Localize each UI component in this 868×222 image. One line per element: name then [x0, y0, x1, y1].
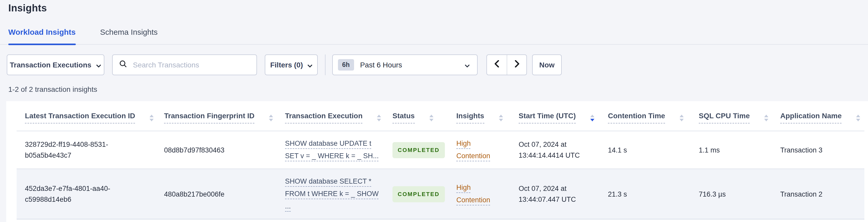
page-title: Insights — [8, 3, 868, 14]
next-range-button[interactable] — [507, 55, 526, 75]
execution-type-dropdown[interactable]: Transaction Executions — [7, 55, 104, 75]
sort-icon — [680, 115, 684, 121]
previous-range-button[interactable] — [487, 55, 507, 75]
tab-schema-insights[interactable]: Schema Insights — [100, 28, 158, 44]
column-header-insights[interactable]: Insights — [448, 101, 510, 131]
sql-cpu-time-cell: 1.1 ms — [690, 131, 772, 169]
filters-button[interactable]: Filters (0) — [265, 55, 318, 75]
contention-time-cell: 21.3 s — [599, 169, 690, 219]
column-header-application-name[interactable]: Application Name — [772, 101, 864, 131]
start-time-cell: Oct 07, 2024 at 13:44:07.447 UTC — [510, 169, 599, 219]
search-box — [112, 55, 257, 75]
filters-label: Filters (0) — [270, 61, 303, 69]
chevron-down-icon — [465, 60, 470, 69]
search-icon — [119, 60, 127, 70]
insight-link[interactable]: High Contention — [456, 184, 490, 204]
column-header-start-time[interactable]: Start Time (UTC) — [510, 101, 599, 131]
insights-table: Latest Transaction Execution ID Transact… — [17, 101, 864, 219]
status-badge: COMPLETED — [393, 186, 445, 202]
application-name-cell: Transaction 3 — [772, 131, 864, 169]
insights-table-card: Latest Transaction Execution ID Transact… — [6, 101, 868, 222]
toolbar-divider — [325, 55, 326, 75]
sort-icon — [150, 115, 154, 121]
time-range-picker[interactable]: 6h Past 6 Hours — [332, 55, 477, 75]
status-cell: COMPLETED — [384, 169, 448, 219]
time-range-pager — [487, 55, 527, 75]
statement-link[interactable]: SHOW database UPDATE t — [285, 137, 376, 150]
insight-link[interactable]: High Contention — [456, 139, 490, 160]
contention-time-cell: 14.1 s — [599, 131, 690, 169]
statement-link[interactable]: ... — [285, 200, 376, 213]
insights-cell: High Contention — [448, 169, 510, 219]
sort-icon — [429, 115, 433, 121]
column-header-sql-cpu-time[interactable]: SQL CPU Time — [690, 101, 772, 131]
tab-workload-insights[interactable]: Workload Insights — [8, 28, 75, 44]
table-row: 452da3e7-e7fa-4801-aa40-c59988d14eb6 480… — [17, 169, 864, 219]
time-range-badge: 6h — [338, 59, 354, 70]
fingerprint-id-cell: 08d8b7d97f830463 — [156, 131, 277, 169]
application-name-cell: Transaction 2 — [772, 169, 864, 219]
statement-link[interactable]: SET v = _ WHERE k = _ SH... — [285, 150, 376, 162]
transaction-execution-cell: SHOW database SELECT * FROM t WHERE k = … — [277, 169, 384, 219]
sort-desc-icon — [590, 115, 594, 121]
chevron-left-icon — [494, 60, 499, 69]
status-cell: COMPLETED — [384, 131, 448, 169]
column-header-execution-id[interactable]: Latest Transaction Execution ID — [17, 101, 156, 131]
column-header-contention-time[interactable]: Contention Time — [599, 101, 690, 131]
execution-type-label: Transaction Executions — [10, 61, 91, 69]
sort-icon — [377, 115, 381, 121]
tab-bar: Workload Insights Schema Insights — [0, 28, 868, 44]
sort-icon — [765, 115, 769, 121]
chevron-down-icon — [307, 61, 312, 69]
column-header-fingerprint-id[interactable]: Transaction Fingerprint ID — [156, 101, 277, 131]
results-summary: 1-2 of 2 transaction insights — [8, 85, 868, 93]
insights-cell: High Contention — [448, 131, 510, 169]
start-time-cell: Oct 07, 2024 at 13:44:14.4414 UTC — [510, 131, 599, 169]
insights-page: Insights Workload Insights Schema Insigh… — [0, 3, 868, 222]
table-header-row: Latest Transaction Execution ID Transact… — [17, 101, 864, 131]
chevron-down-icon — [96, 61, 101, 69]
now-button[interactable]: Now — [532, 55, 562, 75]
execution-id-cell: 328729d2-ff19-4408-8531-b05a5b4e43c7 — [17, 131, 156, 169]
time-range-label: Past 6 Hours — [360, 61, 465, 69]
toolbar: Transaction Executions Filters (0) 6h Pa… — [7, 55, 868, 75]
status-badge: COMPLETED — [393, 142, 445, 158]
execution-id-cell: 452da3e7-e7fa-4801-aa40-c59988d14eb6 — [17, 169, 156, 219]
chevron-right-icon — [514, 60, 519, 69]
statement-link[interactable]: SHOW database SELECT * — [285, 175, 376, 188]
sort-icon — [856, 115, 861, 121]
transaction-execution-cell: SHOW database UPDATE t SET v = _ WHERE k… — [277, 131, 384, 169]
search-input[interactable] — [132, 60, 250, 69]
column-header-status[interactable]: Status — [384, 101, 448, 131]
table-row: 328729d2-ff19-4408-8531-b05a5b4e43c7 08d… — [17, 131, 864, 169]
statement-link[interactable]: FROM t WHERE k = _ SHOW — [285, 188, 376, 200]
sort-icon — [269, 115, 273, 121]
fingerprint-id-cell: 480a8b217be006fe — [156, 169, 277, 219]
sort-icon — [499, 115, 503, 121]
sql-cpu-time-cell: 716.3 µs — [690, 169, 772, 219]
column-header-transaction-execution[interactable]: Transaction Execution — [277, 101, 384, 131]
